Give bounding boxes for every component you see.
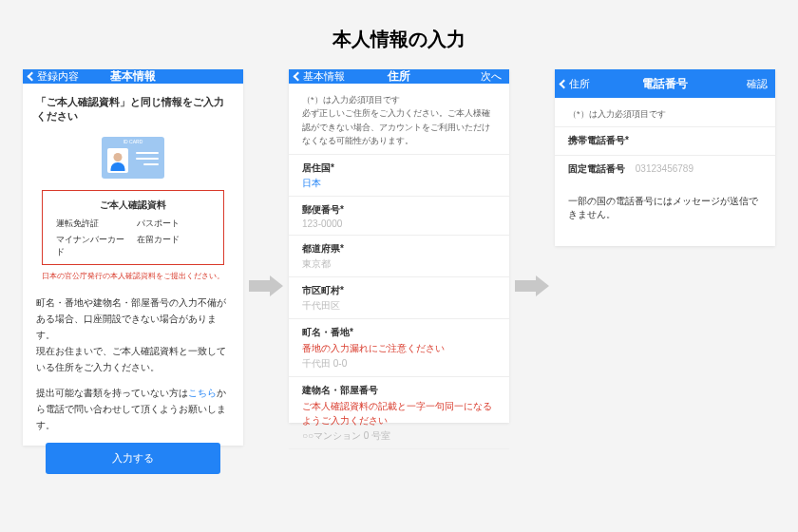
nav-next[interactable]: 確認 <box>747 77 768 91</box>
field-prefecture[interactable]: 都道府県* 東京都 <box>289 235 509 276</box>
field-mobile-phone[interactable]: 携帯電話番号* <box>555 126 775 155</box>
required-note: （*）は入力必須項目です <box>555 98 775 126</box>
field-value: 日本 <box>302 177 496 190</box>
id-doc-item: パスポート <box>137 218 210 230</box>
field-label: 携帯電話番号* <box>568 134 762 147</box>
id-documents-title: ご本人確認資料 <box>50 199 216 212</box>
navbar: 登録内容 基本情報 <box>23 69 243 84</box>
nav-title: 基本情報 <box>23 68 243 85</box>
contact-link[interactable]: こちら <box>188 388 217 398</box>
field-warning: ご本人確認資料の記載と一字一句同一になるようご入力ください <box>302 399 496 428</box>
screens-row: 登録内容 基本情報 「ご本人確認資料」と同じ情報をご入力ください ご本人確認資料… <box>0 69 798 446</box>
field-zip[interactable]: 郵便番号* 123-0000 <box>289 196 509 235</box>
field-label: 都道府県* <box>302 242 496 256</box>
instruction-text: 「ご本人確認資料」と同じ情報をご入力ください <box>36 95 230 124</box>
field-label: 建物名・部屋番号 <box>302 384 496 397</box>
field-placeholder: 千代田 0-0 <box>302 357 496 370</box>
nav-title: 住所 <box>289 68 509 85</box>
arrow-right-icon <box>515 276 549 296</box>
field-label: 町名・番地* <box>302 326 496 339</box>
sms-limitation-note: 一部の国の電話番号にはメッセージが送信できません。 <box>555 181 775 235</box>
id-doc-item: 運転免許証 <box>56 218 129 230</box>
id-card-illustration <box>36 137 230 180</box>
field-placeholder: 123-0000 <box>302 218 496 229</box>
field-placeholder: 03123456789 <box>636 163 694 174</box>
id-card-icon <box>102 137 164 179</box>
field-placeholder: 千代田区 <box>302 299 496 313</box>
field-label: 居住国* <box>302 162 496 175</box>
field-city[interactable]: 市区町村* 千代田区 <box>289 276 509 318</box>
id-documents-box: ご本人確認資料 運転免許証 パスポート マイナンバーカード 在留カード <box>42 190 224 265</box>
field-label: 固定電話番号 <box>568 163 625 174</box>
screen-body: 「ご本人確認資料」と同じ情報をご入力ください ご本人確認資料 運転免許証 パスポ… <box>23 84 243 485</box>
contact-text: 提出可能な書類を持っていない方はこちらから電話で問い合わせして頂くようお願いしま… <box>36 385 230 433</box>
address-caution-text: 町名・番地や建物名・部屋番号の入力不備がある場合、口座開設できない場合があります… <box>36 294 230 375</box>
required-note: （*）は入力必須項目です 必ず正しいご住所をご入力ください。ご本人様確認ができな… <box>289 84 509 154</box>
field-landline-phone[interactable]: 固定電話番号 03123456789 <box>555 155 775 181</box>
arrow-right-icon <box>249 276 283 296</box>
page-title: 本人情報の入力 <box>0 0 798 69</box>
navbar: 基本情報 住所 次へ <box>289 69 509 84</box>
field-warning: 番地の入力漏れにご注意ください <box>302 341 496 355</box>
field-street[interactable]: 町名・番地* 番地の入力漏れにご注意ください 千代田 0-0 <box>289 318 509 376</box>
contact-text-a: 提出可能な書類を持っていない方は <box>36 388 188 398</box>
id-doc-item: 在留カード <box>137 234 210 258</box>
id-doc-item: マイナンバーカード <box>56 234 129 258</box>
screen-basic-info: 登録内容 基本情報 「ご本人確認資料」と同じ情報をご入力ください ご本人確認資料… <box>23 69 243 446</box>
field-country[interactable]: 居住国* 日本 <box>289 154 509 196</box>
field-placeholder: 東京都 <box>302 257 496 271</box>
screen-address: 基本情報 住所 次へ （*）は入力必須項目です 必ず正しいご住所をご入力ください… <box>289 69 509 423</box>
field-building[interactable]: 建物名・部屋番号 ご本人確認資料の記載と一字一句同一になるようご入力ください ○… <box>289 376 509 449</box>
field-label: 郵便番号* <box>302 203 496 217</box>
screen-phone-number: 住所 電話番号 確認 （*）は入力必須項目です 携帯電話番号* 固定電話番号 0… <box>555 69 775 246</box>
navbar: 住所 電話番号 確認 <box>555 69 775 98</box>
nav-next[interactable]: 次へ <box>481 69 502 84</box>
submit-button[interactable]: 入力する <box>46 443 220 474</box>
field-label: 市区町村* <box>302 284 496 297</box>
nav-title: 電話番号 <box>555 76 775 92</box>
gov-issued-note: 日本の官公庁発行の本人確認資料をご提出ください。 <box>36 271 230 281</box>
field-placeholder: ○○マンション 0 号室 <box>302 429 496 443</box>
